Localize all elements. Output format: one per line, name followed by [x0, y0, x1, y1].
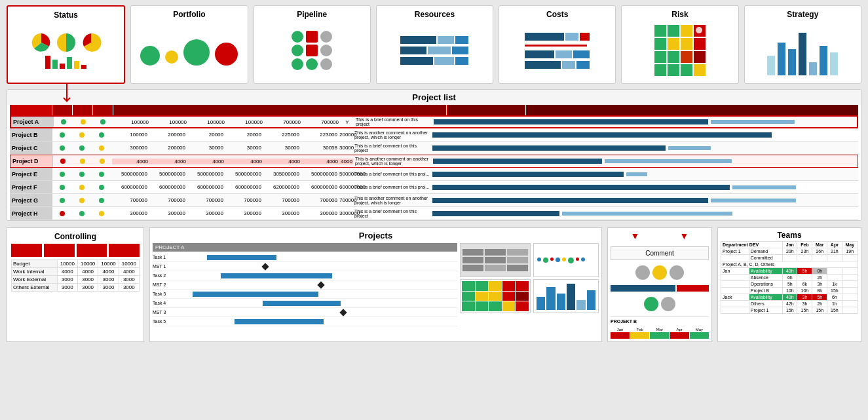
team-val: 15h — [827, 307, 842, 314]
teams-row: Absence 6h 2h — [721, 275, 858, 281]
team-avail: Availability — [749, 268, 782, 275]
team-val — [842, 307, 858, 314]
card-costs[interactable]: Costs — [499, 5, 616, 84]
pb-cell — [611, 332, 630, 339]
down-arrow-1: ▼ — [631, 231, 640, 241]
month-jan: Jan — [783, 242, 797, 248]
team-val: 0h — [812, 268, 827, 275]
controlling-card[interactable]: Controlling Budget 10000 10000 10000 100… — [7, 227, 144, 342]
bottom-section: Controlling Budget 10000 10000 10000 100… — [0, 223, 868, 346]
pb-cell — [650, 332, 669, 339]
pip-red-rect — [306, 31, 318, 43]
project-num5: 305000000 — [263, 171, 301, 177]
cost-bar-3b — [562, 61, 575, 69]
ctrl-val: 3000 — [57, 276, 77, 284]
card-risk[interactable]: Risk — [621, 5, 738, 84]
ph-nums-col — [114, 105, 447, 115]
table-row[interactable]: Project A 100000 100000 100000 100000 70… — [10, 115, 858, 128]
strat-bar-2 — [778, 43, 785, 75]
card-portfolio[interactable]: Portfolio — [130, 5, 248, 84]
status-dot-3 — [99, 132, 104, 138]
table-row[interactable]: Project C 300000 200000 30000 30000 3000… — [10, 142, 858, 155]
team-val: 6h — [827, 294, 842, 301]
teams-row: Project 1 Demand 20h 23h 26h 21h 19h — [721, 248, 858, 255]
teams-row: Project 1 15h 15h 15h 15h — [721, 307, 858, 314]
risk-cell-1 — [654, 25, 666, 37]
gantt-bar-light — [562, 212, 732, 216]
gantt-bar-light — [732, 185, 796, 189]
team-val: 5h — [783, 281, 797, 288]
ctrl-bar-1 — [11, 244, 42, 257]
table-row[interactable]: Project F 600000000 600000000 600000000 … — [10, 181, 858, 194]
card-strategy[interactable]: Strategy — [744, 5, 861, 84]
team-val: 10h — [797, 288, 812, 294]
comment-card[interactable]: ▼ ▼ Comment PROJEKT B Jan Feb — [607, 227, 712, 342]
dept-header: Department DEV — [721, 242, 783, 248]
person-name: Jack — [721, 294, 749, 301]
status-dot — [60, 132, 65, 138]
comment-bar-seg — [611, 285, 675, 292]
ctrl-bar-2 — [44, 244, 75, 257]
status-dot-3 — [99, 211, 104, 216]
scatter-dot — [568, 258, 574, 263]
ph-dot-col — [53, 105, 73, 115]
projects-card[interactable]: Projects PROJECT A Task 1 MST 1 Task 2 — [149, 227, 602, 342]
ph-dot3-col — [94, 105, 113, 115]
project-num2: 100000 — [151, 119, 189, 125]
team-val: 20h — [783, 248, 797, 255]
status-bar-6 — [81, 65, 86, 69]
team-sublabel — [721, 307, 749, 314]
team-val: 5h — [812, 294, 827, 301]
task-row: MST 3 — [153, 308, 457, 317]
gantt-bar-light — [668, 146, 711, 150]
status-dot-2 — [80, 159, 85, 164]
project-extra: Y — [341, 119, 354, 125]
strat-bar-1 — [767, 56, 775, 75]
comment-bar-row — [611, 285, 709, 292]
month-feb: Feb — [797, 242, 812, 248]
ctrl-val: 3000 — [98, 284, 119, 292]
team-val: 15h — [827, 288, 842, 294]
card-resources-title: Resources — [415, 10, 455, 19]
team-val — [827, 255, 842, 261]
task-label: Task 5 — [153, 319, 179, 324]
task-label: Task 3 — [153, 292, 179, 296]
project-name: Project B — [10, 128, 52, 141]
teams-row: Jan Availability 40h 5h 0h — [721, 268, 858, 275]
team-val: 3h — [812, 281, 827, 288]
month-may: May — [842, 242, 858, 248]
project-thumbs — [460, 243, 531, 326]
card-pipeline[interactable]: Pipeline — [254, 5, 371, 84]
table-row[interactable]: Project D 4000 4000 4000 4000 4000 4000 … — [10, 155, 858, 168]
chart-bar — [587, 290, 595, 310]
thumb-heatmap — [460, 279, 531, 313]
teams-card[interactable]: Teams Department DEV Jan Feb Mar Apr May… — [717, 227, 861, 342]
project-num5: 700000 — [265, 119, 303, 125]
teams-title: Teams — [721, 231, 858, 240]
project-num5: 4000 — [264, 159, 302, 164]
card-resources[interactable]: Resources — [376, 5, 493, 84]
team-val — [842, 281, 858, 288]
table-row[interactable]: Project E 500000000 500000000 500000000 … — [10, 168, 858, 181]
strat-bar-5 — [809, 62, 817, 75]
status-dot — [60, 172, 65, 177]
projekt-b-label: PROJEKT B — [611, 316, 709, 324]
project-extra: 600000000 — [339, 184, 352, 190]
project-num6: 300000 — [301, 210, 339, 216]
project-num6: 500000000 — [301, 171, 339, 177]
scatter-dot — [576, 258, 579, 261]
table-row[interactable]: Project G 700000 700000 700000 700000 70… — [10, 194, 858, 207]
team-sublabel: Operations — [749, 281, 782, 288]
team-val — [842, 294, 858, 301]
person-name: Jan — [721, 268, 749, 275]
project-num4: 700000 — [225, 197, 263, 203]
comment-text-box: Comment — [611, 246, 709, 260]
project-name: Project G — [10, 194, 52, 206]
pip-green-2 — [292, 45, 303, 56]
task-bar — [207, 255, 276, 260]
card-status[interactable]: Status — [7, 5, 125, 84]
pipeline-visual — [257, 22, 368, 79]
table-row[interactable]: Project B 100000 200000 20000 20000 2250… — [10, 128, 858, 142]
table-row[interactable]: Project H 300000 300000 300000 300000 30… — [10, 207, 858, 220]
project-num3: 600000000 — [187, 184, 225, 190]
